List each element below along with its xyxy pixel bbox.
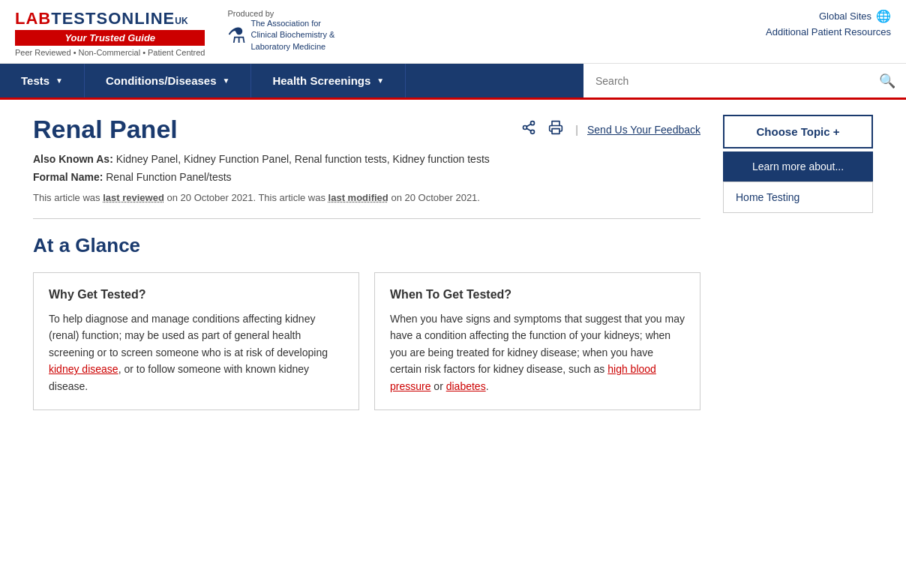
main-article: Renal Panel bbox=[33, 115, 700, 410]
feedback-link[interactable]: Send Us Your Feedback bbox=[587, 124, 700, 136]
produced-section: Produced by ⚗ The Association for Clinic… bbox=[227, 9, 334, 52]
association-text: The Association for Clinical Biochemistr… bbox=[250, 18, 334, 52]
main-nav: Tests ▼ Conditions/Diseases ▼ Health Scr… bbox=[0, 64, 906, 100]
icon-separator: | bbox=[575, 124, 578, 136]
title-and-tools: Renal Panel bbox=[33, 115, 700, 144]
nav-arrow-screenings: ▼ bbox=[376, 76, 384, 85]
association-logo: ⚗ The Association for Clinical Biochemis… bbox=[227, 18, 334, 52]
article-title: Renal Panel bbox=[33, 115, 507, 144]
nav-item-tests[interactable]: Tests ▼ bbox=[0, 64, 85, 98]
share-button[interactable] bbox=[518, 117, 539, 142]
logo-tagline: Peer Reviewed • Non-Commercial • Patient… bbox=[15, 48, 205, 57]
card-when-title: When To Get Tested? bbox=[390, 288, 685, 302]
svg-line-4 bbox=[527, 124, 532, 126]
logo-lab: LAB bbox=[15, 9, 51, 28]
divider bbox=[33, 218, 700, 219]
header-right: Global Sites 🌐 Additional Patient Resour… bbox=[766, 9, 891, 38]
learn-more-button[interactable]: Learn more about... bbox=[723, 152, 873, 182]
home-testing-link[interactable]: Home Testing bbox=[723, 182, 873, 213]
logo-online: ONLINE bbox=[108, 9, 175, 28]
search-input[interactable] bbox=[584, 68, 868, 94]
header: LAB TESTS ONLINEUK Your Trusted Guide Pe… bbox=[0, 0, 906, 64]
search-box: 🔍 bbox=[584, 64, 906, 98]
card-why-tested: Why Get Tested? To help diagnose and man… bbox=[33, 272, 359, 410]
formal-name: Formal Name: Renal Function Panel/tests bbox=[33, 171, 700, 183]
global-sites-link[interactable]: Global Sites 🌐 bbox=[819, 9, 891, 23]
card-why-text: To help diagnose and manage conditions a… bbox=[49, 310, 344, 394]
card-when-text: When you have signs and symptoms that su… bbox=[390, 310, 685, 394]
additional-resources-link[interactable]: Additional Patient Resources bbox=[766, 26, 891, 38]
card-why-title: Why Get Tested? bbox=[49, 288, 344, 302]
svg-rect-5 bbox=[552, 129, 560, 134]
cards-row: Why Get Tested? To help diagnose and man… bbox=[33, 272, 700, 410]
kidney-disease-link[interactable]: kidney disease bbox=[49, 363, 118, 375]
at-a-glance-title: At a Glance bbox=[33, 234, 700, 257]
logo-tests: TESTS bbox=[51, 9, 108, 28]
logo-uk: UK bbox=[175, 16, 188, 26]
search-button[interactable]: 🔍 bbox=[868, 65, 906, 97]
tools-row: | Send Us Your Feedback bbox=[507, 117, 700, 142]
nav-item-screenings[interactable]: Health Screenings ▼ bbox=[251, 64, 406, 98]
nav-arrow-tests: ▼ bbox=[56, 76, 63, 85]
logo-banner: Your Trusted Guide bbox=[15, 30, 205, 46]
flask-icon: ⚗ bbox=[227, 23, 246, 48]
svg-line-3 bbox=[527, 128, 532, 130]
card-when-tested: When To Get Tested? When you have signs … bbox=[374, 272, 700, 410]
logo-section: LAB TESTS ONLINEUK Your Trusted Guide Pe… bbox=[15, 9, 205, 57]
also-known: Also Known As: Kidney Panel, Kidney Func… bbox=[33, 153, 700, 165]
globe-icon: 🌐 bbox=[876, 9, 891, 23]
nav-arrow-conditions: ▼ bbox=[223, 76, 230, 85]
content-with-sidebar: Renal Panel bbox=[33, 115, 873, 410]
logo-top: LAB TESTS ONLINEUK bbox=[15, 9, 205, 28]
main-content: Renal Panel bbox=[18, 100, 888, 425]
diabetes-link[interactable]: diabetes bbox=[446, 380, 486, 392]
sidebar: Choose Topic + Learn more about... Home … bbox=[723, 115, 873, 410]
review-info: This article was last reviewed on 20 Oct… bbox=[33, 192, 700, 203]
produced-label: Produced by ⚗ The Association for Clinic… bbox=[227, 9, 334, 52]
nav-item-conditions[interactable]: Conditions/Diseases ▼ bbox=[85, 64, 251, 98]
choose-topic-button[interactable]: Choose Topic + bbox=[723, 115, 873, 148]
print-button[interactable] bbox=[545, 117, 566, 142]
